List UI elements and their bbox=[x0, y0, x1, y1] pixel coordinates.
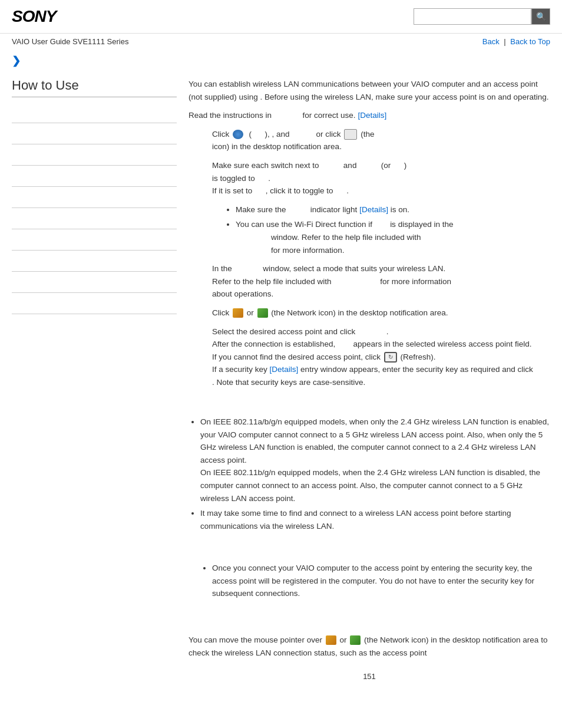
bullet-item-1: Make sure the indicator light [Details] … bbox=[236, 203, 550, 216]
search-area: 🔍 bbox=[414, 8, 550, 25]
details-link-3[interactable]: [Details] bbox=[270, 365, 299, 374]
sidebar-item-8[interactable] bbox=[12, 251, 177, 272]
intro-paragraph: You can establish wireless LAN communica… bbox=[189, 78, 550, 103]
step-8-prefix: If a security key bbox=[212, 365, 267, 374]
nav-bar: VAIO User Guide SVE1111 Series Back | Ba… bbox=[0, 34, 562, 50]
network-icon-1 bbox=[233, 308, 243, 318]
network-icon-2 bbox=[257, 308, 268, 318]
note-item-2: It may take some time to find and connec… bbox=[200, 507, 550, 532]
bullets-block: Make sure the indicator light [Details] … bbox=[212, 203, 550, 256]
step-5-suffix: . bbox=[386, 327, 389, 336]
step-3-text: In the window, select a mode that suits … bbox=[212, 262, 550, 301]
note-item-1: On IEEE 802.11a/b/g/n equipped models, w… bbox=[200, 416, 550, 505]
sidebar-item-6[interactable] bbox=[12, 208, 177, 229]
step-3-prefix: In the bbox=[212, 264, 232, 273]
bullet2-text: You can use the Wi-Fi Direct function if bbox=[236, 220, 372, 229]
search-input[interactable] bbox=[414, 8, 531, 25]
page-number: 151 bbox=[189, 671, 550, 683]
refresh-icon: ↻ bbox=[384, 352, 397, 363]
step-4-text: Click or (the Network icon) in the deskt… bbox=[212, 307, 550, 319]
step-4-block: Click or (the Network icon) in the deskt… bbox=[212, 307, 550, 319]
bullet-list-1: Make sure the indicator light [Details] … bbox=[236, 203, 550, 256]
nav-separator: | bbox=[504, 37, 505, 46]
step-1-end: icon) in the desktop notification area. bbox=[212, 142, 342, 151]
step-4-click: Click bbox=[212, 308, 229, 317]
sidebar-item-3[interactable] bbox=[12, 144, 177, 166]
step-2-if: If it is set to bbox=[212, 186, 252, 195]
sidebar-item-10[interactable] bbox=[12, 293, 177, 314]
sidebar-item-7[interactable] bbox=[12, 229, 177, 251]
sidebar-item-4[interactable] bbox=[12, 166, 177, 187]
step-1-the: (the bbox=[361, 130, 374, 139]
footer-network-icon-2 bbox=[350, 635, 361, 645]
step-2-and: and bbox=[343, 161, 357, 170]
bullet1-text: Make sure the bbox=[236, 205, 286, 214]
step-2-click: , click it to toggle to bbox=[266, 186, 333, 195]
step-7-suffix: (Refresh). bbox=[400, 353, 435, 361]
bullet1-mid: indicator light bbox=[310, 205, 358, 214]
step-1-paren: ), bbox=[254, 130, 270, 139]
footer-network-icon-1 bbox=[326, 635, 336, 645]
step-7-prefix: If you cannot find the desired access po… bbox=[212, 353, 381, 361]
step-1-and: , and bbox=[272, 130, 290, 139]
sidebar-item-9[interactable] bbox=[12, 272, 177, 293]
step-2-or: (or bbox=[381, 161, 391, 170]
footer-or: or bbox=[339, 635, 346, 644]
footer-paragraph: You can move the mouse pointer over or (… bbox=[189, 634, 550, 659]
step-6-mid: appears in the selected wireless access … bbox=[353, 340, 531, 348]
step-1-block: Click ( ), , and or click (the icon) in … bbox=[212, 128, 550, 153]
sidebar-item-5[interactable] bbox=[12, 187, 177, 208]
bullet2-window: window. Refer to the help file included … bbox=[271, 233, 421, 242]
step-2-block: Make sure each switch next to and (or ) … bbox=[212, 159, 550, 197]
step-8-suffix: . Note that security keys are case-sensi… bbox=[212, 378, 365, 387]
step-3-mid: window, select a mode that suits your wi… bbox=[263, 264, 445, 273]
page-header: SONY 🔍 bbox=[0, 0, 562, 34]
back-to-top-link[interactable]: Back to Top bbox=[510, 37, 550, 46]
step-1-click: Click bbox=[212, 130, 229, 139]
step-1-or: or click bbox=[316, 130, 341, 139]
hint-section: Once you connect your VAIO computer to t… bbox=[189, 562, 550, 600]
intro-text-2: . Before using the wireless LAN, make su… bbox=[260, 93, 549, 101]
step-5-select: Select the desired access point and clic… bbox=[212, 327, 355, 336]
bullet2-suffix: for more information. bbox=[271, 246, 345, 255]
sidebar-item-1[interactable] bbox=[12, 102, 177, 123]
instructions-paragraph: Read the instructions in for correct use… bbox=[189, 109, 550, 122]
nav-links: Back | Back to Top bbox=[482, 37, 550, 46]
main-content: How to Use You can establish wireless LA… bbox=[0, 72, 562, 695]
search-icon: 🔍 bbox=[536, 12, 546, 21]
step-2-prefix: Make sure each switch next to bbox=[212, 161, 319, 170]
sidebar: How to Use bbox=[12, 78, 177, 683]
step-3-block: In the window, select a mode that suits … bbox=[212, 262, 550, 301]
step-6-prefix: After the connection is established, bbox=[212, 340, 335, 348]
back-link[interactable]: Back bbox=[482, 37, 500, 46]
taskbar-icon bbox=[344, 129, 357, 140]
bullet1-suffix: is on. bbox=[391, 205, 409, 214]
sidebar-title: How to Use bbox=[12, 78, 177, 97]
step-2-toggled: is toggled to bbox=[212, 174, 255, 183]
bullet-item-2: You can use the Wi-Fi Direct function if… bbox=[236, 218, 550, 256]
hint-list: Once you connect your VAIO computer to t… bbox=[212, 562, 550, 600]
step-8-mid: entry window appears, enter the security… bbox=[300, 365, 533, 374]
step-2-final: . bbox=[346, 186, 349, 195]
step-5-block: Select the desired access point and clic… bbox=[212, 325, 550, 389]
bullet2-mid: is displayed in the bbox=[390, 220, 453, 229]
details-link-1[interactable]: [Details] bbox=[358, 111, 386, 120]
search-button[interactable]: 🔍 bbox=[531, 8, 550, 25]
step-4-or: or bbox=[247, 308, 254, 317]
breadcrumb-chevron[interactable]: ❯ bbox=[12, 55, 21, 67]
step-3-about: about operations. bbox=[212, 289, 273, 298]
step-2-text: Make sure each switch next to and (or ) … bbox=[212, 159, 550, 197]
step-3-refer: Refer to the help file included with bbox=[212, 277, 332, 286]
guide-label: VAIO User Guide SVE1111 Series bbox=[12, 37, 128, 46]
instructions-text-1: Read the instructions in bbox=[189, 111, 272, 120]
sony-logo: SONY bbox=[12, 7, 56, 26]
wifi-icon bbox=[233, 130, 243, 139]
note-section: On IEEE 802.11a/b/g/n equipped models, w… bbox=[189, 416, 550, 532]
step-3-refer-mid: for more information bbox=[380, 277, 451, 286]
step-1-text: Click ( ), , and or click (the icon) in … bbox=[212, 128, 550, 153]
step-4-suffix: (the Network icon) in the desktop notifi… bbox=[271, 308, 448, 317]
details-link-2[interactable]: [Details] bbox=[359, 205, 388, 214]
content-area: You can establish wireless LAN communica… bbox=[189, 78, 550, 683]
sidebar-item-2[interactable] bbox=[12, 123, 177, 144]
footer-text-1: You can move the mouse pointer over bbox=[189, 635, 322, 644]
